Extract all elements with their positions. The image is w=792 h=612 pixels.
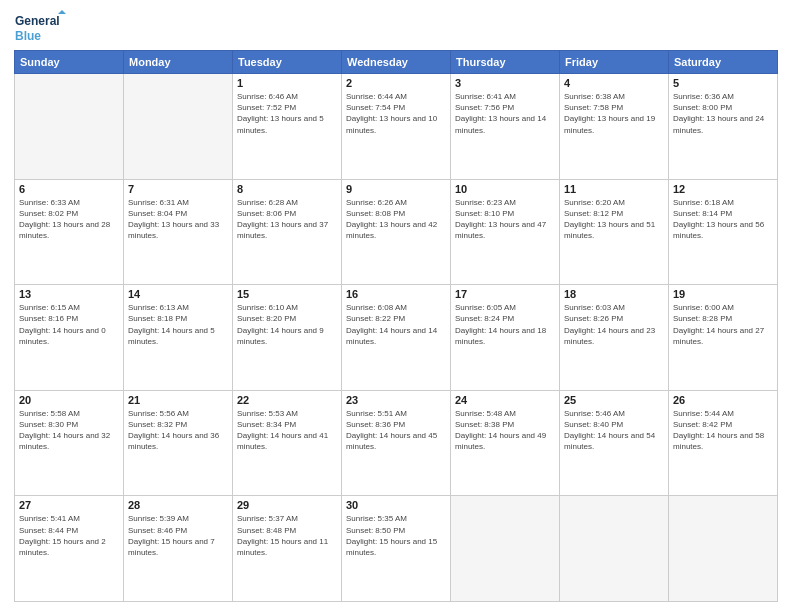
calendar-cell: 18Sunrise: 6:03 AM Sunset: 8:26 PM Dayli… <box>560 285 669 391</box>
day-number: 8 <box>237 183 337 195</box>
day-number: 25 <box>564 394 664 406</box>
day-number: 9 <box>346 183 446 195</box>
day-number: 2 <box>346 77 446 89</box>
day-number: 5 <box>673 77 773 89</box>
day-number: 11 <box>564 183 664 195</box>
day-info: Sunrise: 5:41 AM Sunset: 8:44 PM Dayligh… <box>19 513 119 558</box>
day-number: 7 <box>128 183 228 195</box>
calendar-cell: 15Sunrise: 6:10 AM Sunset: 8:20 PM Dayli… <box>233 285 342 391</box>
calendar-cell: 2Sunrise: 6:44 AM Sunset: 7:54 PM Daylig… <box>342 74 451 180</box>
calendar-cell: 19Sunrise: 6:00 AM Sunset: 8:28 PM Dayli… <box>669 285 778 391</box>
day-number: 12 <box>673 183 773 195</box>
day-number: 22 <box>237 394 337 406</box>
calendar-cell: 23Sunrise: 5:51 AM Sunset: 8:36 PM Dayli… <box>342 390 451 496</box>
day-info: Sunrise: 6:08 AM Sunset: 8:22 PM Dayligh… <box>346 302 446 347</box>
day-info: Sunrise: 6:05 AM Sunset: 8:24 PM Dayligh… <box>455 302 555 347</box>
calendar-cell: 30Sunrise: 5:35 AM Sunset: 8:50 PM Dayli… <box>342 496 451 602</box>
day-info: Sunrise: 5:37 AM Sunset: 8:48 PM Dayligh… <box>237 513 337 558</box>
day-number: 30 <box>346 499 446 511</box>
day-info: Sunrise: 6:46 AM Sunset: 7:52 PM Dayligh… <box>237 91 337 136</box>
calendar-cell: 14Sunrise: 6:13 AM Sunset: 8:18 PM Dayli… <box>124 285 233 391</box>
calendar-cell: 26Sunrise: 5:44 AM Sunset: 8:42 PM Dayli… <box>669 390 778 496</box>
week-row-1: 1Sunrise: 6:46 AM Sunset: 7:52 PM Daylig… <box>15 74 778 180</box>
day-info: Sunrise: 6:36 AM Sunset: 8:00 PM Dayligh… <box>673 91 773 136</box>
calendar-cell: 12Sunrise: 6:18 AM Sunset: 8:14 PM Dayli… <box>669 179 778 285</box>
day-number: 15 <box>237 288 337 300</box>
calendar-cell: 25Sunrise: 5:46 AM Sunset: 8:40 PM Dayli… <box>560 390 669 496</box>
day-number: 19 <box>673 288 773 300</box>
day-info: Sunrise: 5:53 AM Sunset: 8:34 PM Dayligh… <box>237 408 337 453</box>
day-info: Sunrise: 6:31 AM Sunset: 8:04 PM Dayligh… <box>128 197 228 242</box>
calendar-cell: 22Sunrise: 5:53 AM Sunset: 8:34 PM Dayli… <box>233 390 342 496</box>
header: General Blue <box>14 10 778 44</box>
calendar-cell <box>15 74 124 180</box>
day-number: 24 <box>455 394 555 406</box>
day-number: 3 <box>455 77 555 89</box>
day-info: Sunrise: 5:44 AM Sunset: 8:42 PM Dayligh… <box>673 408 773 453</box>
calendar-cell: 3Sunrise: 6:41 AM Sunset: 7:56 PM Daylig… <box>451 74 560 180</box>
day-info: Sunrise: 5:46 AM Sunset: 8:40 PM Dayligh… <box>564 408 664 453</box>
calendar-table: SundayMondayTuesdayWednesdayThursdayFrid… <box>14 50 778 602</box>
day-info: Sunrise: 6:03 AM Sunset: 8:26 PM Dayligh… <box>564 302 664 347</box>
page: General Blue SundayMondayTuesdayWednesda… <box>0 0 792 612</box>
calendar-cell: 1Sunrise: 6:46 AM Sunset: 7:52 PM Daylig… <box>233 74 342 180</box>
calendar-cell: 6Sunrise: 6:33 AM Sunset: 8:02 PM Daylig… <box>15 179 124 285</box>
weekday-header-saturday: Saturday <box>669 51 778 74</box>
calendar-cell: 29Sunrise: 5:37 AM Sunset: 8:48 PM Dayli… <box>233 496 342 602</box>
week-row-3: 13Sunrise: 6:15 AM Sunset: 8:16 PM Dayli… <box>15 285 778 391</box>
week-row-2: 6Sunrise: 6:33 AM Sunset: 8:02 PM Daylig… <box>15 179 778 285</box>
weekday-header-friday: Friday <box>560 51 669 74</box>
day-number: 4 <box>564 77 664 89</box>
day-info: Sunrise: 6:15 AM Sunset: 8:16 PM Dayligh… <box>19 302 119 347</box>
calendar-cell: 8Sunrise: 6:28 AM Sunset: 8:06 PM Daylig… <box>233 179 342 285</box>
day-number: 10 <box>455 183 555 195</box>
week-row-5: 27Sunrise: 5:41 AM Sunset: 8:44 PM Dayli… <box>15 496 778 602</box>
calendar-cell: 10Sunrise: 6:23 AM Sunset: 8:10 PM Dayli… <box>451 179 560 285</box>
calendar-cell: 24Sunrise: 5:48 AM Sunset: 8:38 PM Dayli… <box>451 390 560 496</box>
logo: General Blue <box>14 10 66 44</box>
weekday-header-tuesday: Tuesday <box>233 51 342 74</box>
calendar-cell <box>560 496 669 602</box>
day-info: Sunrise: 5:56 AM Sunset: 8:32 PM Dayligh… <box>128 408 228 453</box>
week-row-4: 20Sunrise: 5:58 AM Sunset: 8:30 PM Dayli… <box>15 390 778 496</box>
svg-text:General: General <box>15 14 60 28</box>
calendar-cell: 7Sunrise: 6:31 AM Sunset: 8:04 PM Daylig… <box>124 179 233 285</box>
weekday-header-sunday: Sunday <box>15 51 124 74</box>
day-number: 18 <box>564 288 664 300</box>
day-number: 23 <box>346 394 446 406</box>
day-info: Sunrise: 6:28 AM Sunset: 8:06 PM Dayligh… <box>237 197 337 242</box>
weekday-header-thursday: Thursday <box>451 51 560 74</box>
calendar-cell: 21Sunrise: 5:56 AM Sunset: 8:32 PM Dayli… <box>124 390 233 496</box>
svg-text:Blue: Blue <box>15 29 41 43</box>
day-number: 28 <box>128 499 228 511</box>
calendar-cell: 28Sunrise: 5:39 AM Sunset: 8:46 PM Dayli… <box>124 496 233 602</box>
day-info: Sunrise: 6:38 AM Sunset: 7:58 PM Dayligh… <box>564 91 664 136</box>
day-info: Sunrise: 5:58 AM Sunset: 8:30 PM Dayligh… <box>19 408 119 453</box>
weekday-header-row: SundayMondayTuesdayWednesdayThursdayFrid… <box>15 51 778 74</box>
day-info: Sunrise: 6:13 AM Sunset: 8:18 PM Dayligh… <box>128 302 228 347</box>
calendar-cell: 4Sunrise: 6:38 AM Sunset: 7:58 PM Daylig… <box>560 74 669 180</box>
day-number: 20 <box>19 394 119 406</box>
calendar-cell: 27Sunrise: 5:41 AM Sunset: 8:44 PM Dayli… <box>15 496 124 602</box>
day-number: 6 <box>19 183 119 195</box>
day-number: 16 <box>346 288 446 300</box>
calendar-cell: 5Sunrise: 6:36 AM Sunset: 8:00 PM Daylig… <box>669 74 778 180</box>
day-info: Sunrise: 6:18 AM Sunset: 8:14 PM Dayligh… <box>673 197 773 242</box>
calendar-cell: 17Sunrise: 6:05 AM Sunset: 8:24 PM Dayli… <box>451 285 560 391</box>
day-info: Sunrise: 6:41 AM Sunset: 7:56 PM Dayligh… <box>455 91 555 136</box>
day-number: 14 <box>128 288 228 300</box>
weekday-header-wednesday: Wednesday <box>342 51 451 74</box>
day-number: 27 <box>19 499 119 511</box>
day-info: Sunrise: 6:26 AM Sunset: 8:08 PM Dayligh… <box>346 197 446 242</box>
calendar-cell <box>451 496 560 602</box>
logo-svg: General Blue <box>14 10 66 44</box>
day-info: Sunrise: 6:33 AM Sunset: 8:02 PM Dayligh… <box>19 197 119 242</box>
day-number: 26 <box>673 394 773 406</box>
day-number: 1 <box>237 77 337 89</box>
day-info: Sunrise: 6:23 AM Sunset: 8:10 PM Dayligh… <box>455 197 555 242</box>
calendar-cell <box>124 74 233 180</box>
calendar-cell: 16Sunrise: 6:08 AM Sunset: 8:22 PM Dayli… <box>342 285 451 391</box>
calendar-cell: 11Sunrise: 6:20 AM Sunset: 8:12 PM Dayli… <box>560 179 669 285</box>
calendar-cell: 9Sunrise: 6:26 AM Sunset: 8:08 PM Daylig… <box>342 179 451 285</box>
day-number: 21 <box>128 394 228 406</box>
